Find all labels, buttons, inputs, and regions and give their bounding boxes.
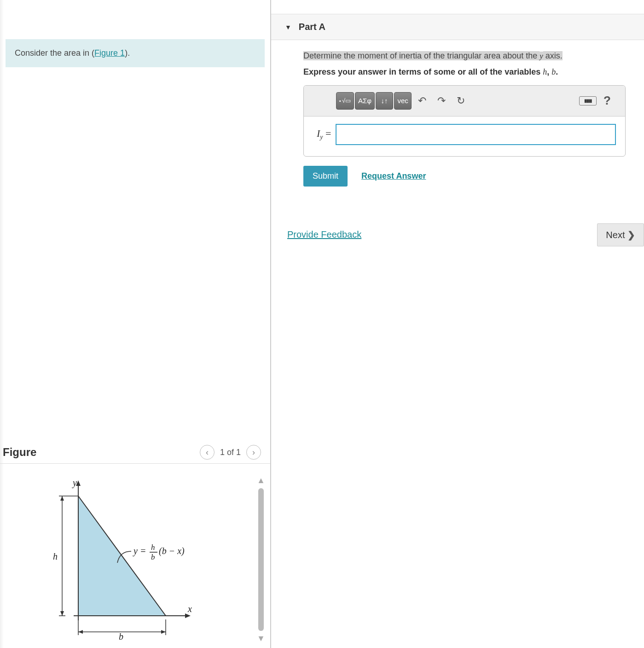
figure-header: Figure ‹ 1 of 1 › — [0, 441, 270, 464]
x-axis-label: x — [187, 604, 192, 614]
svg-text:y =: y = — [133, 546, 146, 556]
tool-greek-button[interactable]: ΑΣφ — [355, 92, 375, 110]
tool-vec-button[interactable]: vec — [394, 92, 412, 110]
b-label: b — [119, 631, 123, 642]
problem-intro: Consider the area in (Figure 1). — [6, 39, 265, 67]
answer-input[interactable] — [336, 124, 616, 145]
eq-suffix: (b − x) — [159, 546, 185, 556]
y-axis-label: y — [72, 478, 77, 488]
svg-marker-4 — [185, 613, 191, 618]
answer-label: Iy = — [317, 128, 331, 141]
submit-button[interactable]: Submit — [303, 166, 348, 187]
provide-feedback-link[interactable]: Provide Feedback — [287, 229, 361, 240]
answer-box: ▪√▭ ΑΣφ ↓↑ vec ↶ ↷ ↻ ▮▮▮▮ ? Iy = — [303, 85, 626, 157]
tool-redo-button[interactable]: ↷ — [433, 92, 450, 110]
question-hl-1: Determine the moment of inertia of the t… — [303, 51, 540, 60]
equation-toolbar: ▪√▭ ΑΣφ ↓↑ vec ↶ ↷ ↻ ▮▮▮▮ ? — [304, 86, 625, 117]
figure-title: Figure — [3, 446, 36, 459]
tool-keyboard-button[interactable]: ▮▮▮▮ — [579, 96, 597, 105]
figure-nav-label: 1 of 1 — [220, 448, 241, 457]
question-hl-var: y — [540, 52, 543, 60]
eq-prefix: y = — [133, 546, 146, 556]
scroll-down-icon[interactable]: ▼ — [257, 634, 265, 643]
svg-marker-14 — [161, 630, 166, 634]
tool-reset-button[interactable]: ↻ — [452, 92, 470, 110]
intro-text-suffix: ). — [125, 48, 130, 58]
question-hl-2: axis. — [543, 51, 563, 60]
tool-help-button[interactable]: ? — [598, 92, 616, 110]
figure-scrollbar[interactable]: ▲ ▼ — [252, 464, 270, 648]
part-label: Part A — [299, 22, 325, 32]
request-answer-link[interactable]: Request Answer — [361, 171, 426, 181]
question-text: Determine the moment of inertia of the t… — [303, 49, 626, 63]
figure-next-button[interactable]: › — [246, 445, 261, 460]
eq-frac-top: h — [151, 543, 155, 552]
intro-text-prefix: Consider the area in ( — [15, 48, 94, 58]
scroll-thumb[interactable] — [258, 488, 264, 631]
next-button[interactable]: Next ❯ — [597, 223, 644, 246]
svg-marker-9 — [60, 611, 64, 616]
svg-marker-13 — [78, 630, 83, 634]
tool-template-button[interactable]: ▪√▭ — [336, 92, 354, 110]
chevron-right-icon: ❯ — [627, 230, 635, 240]
tool-arrows-button[interactable]: ↓↑ — [376, 92, 393, 110]
tool-undo-button[interactable]: ↶ — [413, 92, 431, 110]
figure-prev-button[interactable]: ‹ — [200, 445, 215, 460]
svg-marker-8 — [60, 496, 64, 501]
figure-image: y x h — [0, 464, 252, 648]
h-label: h — [53, 551, 58, 561]
figure-link[interactable]: Figure 1 — [94, 48, 125, 58]
part-header[interactable]: ▼ Part A — [271, 14, 644, 40]
eq-frac-bot: b — [151, 553, 155, 561]
instruction-text: Express your answer in terms of some or … — [303, 67, 626, 77]
collapse-icon: ▼ — [285, 23, 291, 31]
scroll-up-icon[interactable]: ▲ — [257, 476, 265, 485]
